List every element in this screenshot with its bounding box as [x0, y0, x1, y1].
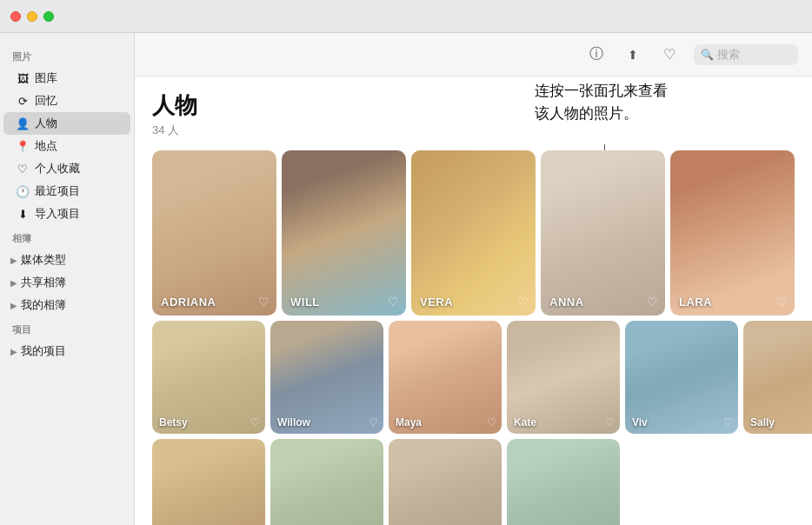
toolbar: ⓘ ⬆ ♡ 🔍 搜索 — [135, 33, 812, 76]
person-card-lara[interactable]: LARA ♡ — [670, 150, 795, 316]
favorites-icon: ♡ — [16, 162, 30, 176]
page-title: 人物 — [152, 90, 795, 121]
person-name-anna: ANNA — [549, 296, 584, 309]
person-card-sally[interactable]: Sally ♡ — [743, 321, 812, 434]
recent-icon: 🕐 — [16, 184, 30, 198]
expand-arrow-icon: ▶ — [10, 301, 17, 310]
sidebar-item-places[interactable]: 📍 地点 — [3, 135, 130, 157]
person-card-bottom-1[interactable] — [152, 439, 265, 525]
sidebar-item-my-albums[interactable]: ▶ 我的相簿 — [3, 294, 130, 316]
search-placeholder: 搜索 — [717, 47, 740, 63]
share-button[interactable]: ⬆ — [621, 43, 645, 67]
person-card-anna[interactable]: ANNA ♡ — [541, 150, 665, 316]
favorite-maya[interactable]: ♡ — [487, 416, 496, 429]
search-icon: 🔍 — [701, 49, 714, 61]
places-icon: 📍 — [16, 139, 30, 153]
person-card-adriana[interactable]: ADRIANA ♡ — [152, 150, 276, 316]
person-name-lara: LARA — [679, 296, 712, 309]
close-button[interactable] — [10, 11, 21, 22]
sidebar-item-label: 我的项目 — [21, 343, 66, 359]
favorite-adriana[interactable]: ♡ — [258, 295, 270, 309]
people-section: 人物 34 人 ADRIANA ♡ WILL ♡ VERA ♡ — [135, 76, 812, 525]
person-name-kate: Kate — [514, 416, 536, 429]
sidebar-item-import[interactable]: ⬇ 导入项目 — [3, 203, 130, 225]
search-box[interactable]: 🔍 搜索 — [694, 44, 798, 65]
content-wrapper: 连按一张面孔来查看该人物的照片。 人物 34 人 ADRIANA ♡ WILL — [135, 76, 812, 525]
sidebar-item-label: 地点 — [35, 138, 57, 154]
large-people-row: ADRIANA ♡ WILL ♡ VERA ♡ ANNA ♡ — [152, 150, 795, 316]
sidebar-item-my-projects[interactable]: ▶ 我的项目 — [3, 340, 130, 362]
person-card-willow[interactable]: Willow ♡ — [270, 321, 383, 434]
sidebar-item-label: 媒体类型 — [21, 252, 66, 268]
expand-arrow-icon: ▶ — [10, 347, 17, 356]
person-name-vera: VERA — [420, 296, 453, 309]
person-card-bottom-2[interactable] — [270, 439, 383, 525]
heart-button[interactable]: ♡ — [657, 43, 682, 67]
sidebar-item-library[interactable]: 🖼 图库 — [3, 67, 130, 90]
sidebar-item-favorites[interactable]: ♡ 个人收藏 — [3, 157, 130, 180]
sidebar-item-media-types[interactable]: ▶ 媒体类型 — [3, 249, 130, 271]
traffic-lights — [10, 11, 54, 22]
content-area: ⓘ ⬆ ♡ 🔍 搜索 连按一张面孔来查看该人物的照片。 — [135, 33, 812, 525]
heart-icon: ♡ — [663, 46, 676, 63]
sidebar-section-albums: 相簿 — [0, 225, 134, 249]
person-card-betsy[interactable]: Betsy ♡ — [152, 321, 265, 434]
person-card-viv[interactable]: Viv ♡ — [625, 321, 738, 434]
sidebar-item-shared-albums[interactable]: ▶ 共享相簿 — [3, 271, 130, 294]
favorite-anna[interactable]: ♡ — [647, 295, 658, 309]
library-icon: 🖼 — [16, 71, 30, 85]
sidebar-item-people[interactable]: 👤 人物 — [3, 112, 130, 135]
sidebar-section-projects: 项目 — [0, 316, 134, 340]
sidebar-item-recent[interactable]: 🕐 最近项目 — [3, 180, 130, 203]
sidebar-item-label: 导入项目 — [35, 206, 80, 222]
person-name-viv: Viv — [632, 416, 648, 429]
person-card-maya[interactable]: Maya ♡ — [389, 321, 502, 434]
person-name-betsy: Betsy — [159, 416, 188, 429]
person-name-adriana: ADRIANA — [161, 296, 216, 309]
sidebar-item-label: 我的相簿 — [21, 297, 66, 313]
small-people-row: Betsy ♡ Willow ♡ Maya ♡ Kate ♡ — [152, 321, 795, 434]
people-count: 34 人 — [152, 123, 795, 138]
bottom-people-row — [152, 439, 795, 525]
sidebar-item-label: 回忆 — [35, 93, 57, 109]
sidebar-item-label: 最近项目 — [35, 183, 80, 199]
expand-arrow-icon: ▶ — [10, 256, 17, 265]
sidebar-item-label: 共享相簿 — [21, 275, 66, 290]
sidebar-item-label: 个人收藏 — [35, 161, 80, 176]
minimize-button[interactable] — [27, 11, 37, 22]
person-name-sally: Sally — [750, 416, 775, 429]
person-name-willow: Willow — [277, 416, 310, 429]
sidebar-section-photos: 照片 — [0, 43, 134, 67]
maximize-button[interactable] — [43, 11, 54, 22]
favorite-viv[interactable]: ♡ — [723, 416, 733, 429]
person-card-vera[interactable]: VERA ♡ — [411, 150, 536, 316]
person-name-will: WILL — [290, 296, 320, 309]
sidebar-item-memories[interactable]: ⟳ 回忆 — [3, 90, 130, 112]
info-button[interactable]: ⓘ — [584, 43, 609, 67]
favorite-kate[interactable]: ♡ — [605, 416, 615, 429]
favorite-willow[interactable]: ♡ — [369, 416, 378, 429]
memories-icon: ⟳ — [16, 94, 30, 108]
person-card-will[interactable]: WILL ♡ — [282, 150, 406, 316]
main-layout: 照片 🖼 图库 ⟳ 回忆 👤 人物 📍 地点 ♡ 个人收藏 🕐 最近项目 ⬇ 导… — [0, 33, 812, 525]
sidebar-item-label: 图库 — [35, 70, 57, 86]
favorite-will[interactable]: ♡ — [388, 295, 399, 309]
import-icon: ⬇ — [16, 207, 30, 221]
person-card-bottom-3[interactable] — [389, 439, 502, 525]
share-icon: ⬆ — [628, 48, 638, 62]
favorite-vera[interactable]: ♡ — [517, 295, 529, 309]
person-card-bottom-4[interactable] — [507, 439, 620, 525]
sidebar: 照片 🖼 图库 ⟳ 回忆 👤 人物 📍 地点 ♡ 个人收藏 🕐 最近项目 ⬇ 导… — [0, 33, 135, 525]
favorite-betsy[interactable]: ♡ — [250, 416, 260, 429]
favorite-lara[interactable]: ♡ — [776, 295, 788, 309]
person-card-kate[interactable]: Kate ♡ — [507, 321, 620, 434]
info-icon: ⓘ — [589, 45, 603, 63]
people-icon: 👤 — [16, 116, 30, 130]
expand-arrow-icon: ▶ — [10, 278, 17, 288]
title-bar — [0, 0, 812, 33]
sidebar-item-label: 人物 — [35, 116, 57, 131]
person-name-maya: Maya — [396, 416, 422, 429]
